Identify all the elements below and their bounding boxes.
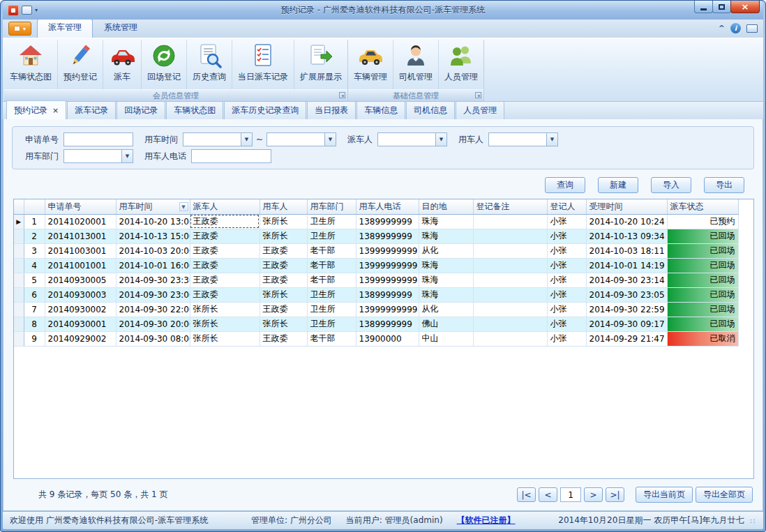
cell-accept-time[interactable]: 2014-09-30 23:14 bbox=[586, 273, 667, 287]
dispatcher-combo[interactable]: ▼ bbox=[377, 132, 447, 146]
ribbon-tab-system-manage[interactable]: 系统管理 bbox=[93, 19, 149, 38]
tab-dispatch-history-query[interactable]: 派车历史记录查询 bbox=[224, 101, 306, 119]
cell-order-no[interactable]: 20140929002 bbox=[45, 331, 116, 346]
cell-registrar[interactable]: 小张 bbox=[547, 287, 586, 302]
app-menu-button[interactable]: ▾ bbox=[8, 22, 31, 36]
cell-registrar[interactable]: 小张 bbox=[547, 331, 586, 346]
cell-registrar[interactable]: 小张 bbox=[547, 273, 586, 287]
tab-vehicle-info[interactable]: 车辆信息 bbox=[356, 101, 405, 119]
cell-registrar[interactable]: 小张 bbox=[547, 214, 586, 229]
cell-destination[interactable]: 珠海 bbox=[419, 214, 473, 229]
cell-dispatcher[interactable]: 王政委 bbox=[190, 243, 260, 258]
info-icon[interactable]: i bbox=[730, 23, 741, 33]
chevron-down-icon[interactable]: ▼ bbox=[121, 150, 133, 162]
tab-vehicle-status[interactable]: 车辆状态图 bbox=[166, 101, 223, 119]
cell-use-time[interactable]: 2014-09-30 20:00 bbox=[116, 317, 190, 331]
cell-user-phone[interactable]: 13999999999 bbox=[356, 273, 419, 287]
table-row[interactable]: 6201409300032014-09-30 23:00王政委张所长卫生所138… bbox=[14, 287, 738, 302]
cell-user-phone[interactable]: 1389999999 bbox=[356, 317, 419, 331]
query-button[interactable]: 查询 bbox=[545, 177, 585, 193]
cell-register-note[interactable] bbox=[473, 258, 547, 273]
cell-user[interactable]: 张所长 bbox=[260, 229, 307, 243]
ribbon-button-history-query[interactable]: 历史查询 bbox=[187, 40, 232, 89]
department-combo[interactable]: ▼ bbox=[63, 149, 133, 163]
first-page-button[interactable]: |< bbox=[517, 487, 536, 502]
cell-dispatcher[interactable]: 张所长 bbox=[190, 302, 260, 317]
ribbon-button-personnel-manage[interactable]: 人员管理 bbox=[439, 40, 483, 89]
minimize-button[interactable] bbox=[694, 1, 713, 13]
cell-use-time[interactable]: 2014-10-13 15:00 bbox=[116, 229, 190, 243]
cell-register-note[interactable] bbox=[473, 229, 547, 243]
cell-use-time[interactable]: 2014-10-03 20:00 bbox=[116, 243, 190, 258]
dialog-launcher-icon[interactable] bbox=[339, 92, 345, 98]
cell-destination[interactable]: 从化 bbox=[419, 243, 473, 258]
cell-order-no[interactable]: 20141020001 bbox=[45, 214, 116, 229]
new-button[interactable]: 新建 bbox=[598, 177, 638, 193]
tab-daily-report[interactable]: 当日报表 bbox=[307, 101, 356, 119]
column-header-destination[interactable]: 目的地 bbox=[419, 199, 473, 214]
collapse-ribbon-icon[interactable]: ^ bbox=[719, 24, 725, 33]
cell-user[interactable]: 张所长 bbox=[260, 287, 307, 302]
cell-user-phone[interactable]: 1389999999 bbox=[356, 287, 419, 302]
cell-register-note[interactable] bbox=[473, 243, 547, 258]
ribbon-button-driver-manage[interactable]: 司机管理 bbox=[393, 40, 439, 89]
cell-register-note[interactable] bbox=[473, 287, 547, 302]
ribbon-button-reservation-register[interactable]: 预约登记 bbox=[58, 40, 103, 89]
chevron-down-icon[interactable]: ▼ bbox=[324, 133, 336, 146]
column-header-accept-time[interactable]: 受理时间 bbox=[586, 199, 667, 214]
cell-accept-time[interactable]: 2014-09-30 23:05 bbox=[586, 287, 667, 302]
column-header-use-time[interactable]: 用车时间▼ bbox=[116, 199, 190, 214]
cell-registrar[interactable]: 小张 bbox=[547, 229, 586, 243]
use-time-from-combo[interactable]: ▼ bbox=[183, 132, 253, 146]
cell-register-note[interactable] bbox=[473, 317, 547, 331]
cell-dispatcher[interactable]: 张所长 bbox=[190, 331, 260, 346]
user-combo[interactable]: ▼ bbox=[488, 132, 558, 146]
column-header-user-phone[interactable]: 用车人电话 bbox=[356, 199, 419, 214]
cell-order-no[interactable]: 20140930005 bbox=[45, 273, 116, 287]
chevron-down-icon[interactable]: ▼ bbox=[435, 133, 446, 146]
cell-use-time[interactable]: 2014-09-30 23:30 bbox=[116, 273, 190, 287]
cell-use-time[interactable]: 2014-09-30 22:00 bbox=[116, 302, 190, 317]
cell-dispatcher[interactable]: 王政委 bbox=[190, 214, 260, 229]
cell-destination[interactable]: 中山 bbox=[419, 331, 473, 346]
cell-order-no[interactable]: 20141013001 bbox=[45, 229, 116, 243]
cell-register-note[interactable] bbox=[473, 273, 547, 287]
ribbon-button-daily-dispatch-records[interactable]: 当日派车记录 bbox=[232, 40, 294, 89]
cell-order-no[interactable]: 20140930001 bbox=[45, 317, 116, 331]
tab-driver-info[interactable]: 司机信息 bbox=[406, 101, 455, 119]
registered-link[interactable]: 【软件已注册】 bbox=[457, 515, 516, 526]
cell-department[interactable]: 卫生所 bbox=[307, 302, 356, 317]
use-time-to-combo[interactable]: ▼ bbox=[266, 132, 336, 146]
cell-user[interactable]: 张所长 bbox=[260, 317, 307, 331]
cell-use-time[interactable]: 2014-09-30 08:00 bbox=[116, 331, 190, 346]
dialog-launcher-icon[interactable] bbox=[475, 92, 481, 98]
page-number-input[interactable]: 1 bbox=[560, 487, 581, 502]
column-filter-icon[interactable]: ▼ bbox=[179, 202, 188, 211]
table-row[interactable]: ▶1201410200012014-10-20 13:00王政委张所长卫生所13… bbox=[14, 214, 738, 229]
tab-personnel[interactable]: 人员管理 bbox=[456, 101, 504, 119]
next-page-button[interactable]: > bbox=[584, 487, 603, 502]
export-current-page-button[interactable]: 导出当前页 bbox=[636, 487, 693, 503]
cell-order-no[interactable]: 20141001001 bbox=[45, 258, 116, 273]
table-row[interactable]: 7201409300022014-09-30 22:00张所长王政委卫生所139… bbox=[14, 302, 738, 317]
cell-registrar[interactable]: 小张 bbox=[547, 317, 586, 331]
export-button[interactable]: 导出 bbox=[704, 177, 744, 193]
chevron-down-icon[interactable]: ▼ bbox=[241, 133, 252, 146]
cell-destination[interactable]: 珠海 bbox=[419, 258, 473, 273]
cell-user[interactable]: 王政委 bbox=[260, 331, 307, 346]
column-header-order-no[interactable]: 申请单号 bbox=[45, 199, 116, 214]
cell-registrar[interactable]: 小张 bbox=[547, 243, 586, 258]
cell-department[interactable]: 卫生所 bbox=[307, 287, 356, 302]
table-row[interactable]: 3201410030012014-10-03 20:00王政委王政委老干部139… bbox=[14, 243, 738, 258]
cell-register-note[interactable] bbox=[473, 331, 547, 346]
column-header-dispatcher[interactable]: 派车人 bbox=[190, 199, 260, 214]
cell-dispatcher[interactable]: 王政委 bbox=[190, 258, 260, 273]
cell-use-time[interactable]: 2014-09-30 23:00 bbox=[116, 287, 190, 302]
user-phone-input[interactable] bbox=[191, 149, 271, 163]
cell-destination[interactable]: 珠海 bbox=[419, 229, 473, 243]
prev-page-button[interactable]: < bbox=[539, 487, 557, 502]
cell-registrar[interactable]: 小张 bbox=[547, 302, 586, 317]
cell-register-note[interactable] bbox=[473, 214, 547, 229]
chevron-down-icon[interactable]: ▼ bbox=[546, 133, 557, 146]
cell-destination[interactable]: 从化 bbox=[419, 302, 473, 317]
